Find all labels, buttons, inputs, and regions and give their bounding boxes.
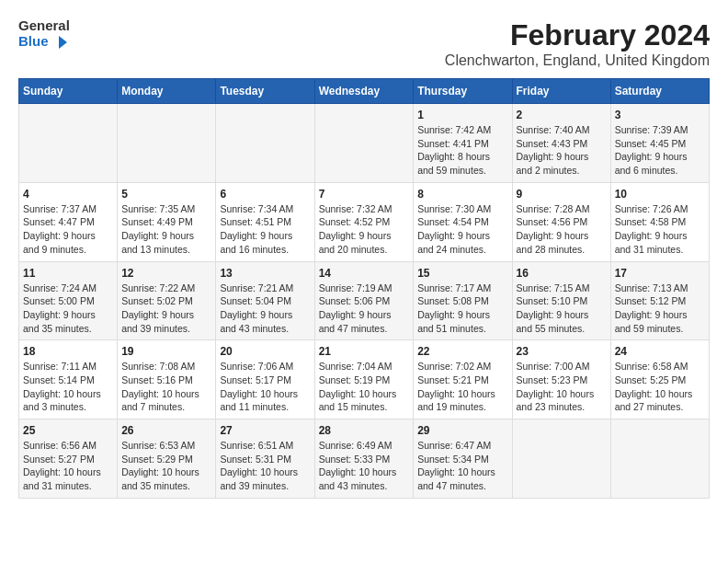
calendar-week-row: 11Sunrise: 7:24 AMSunset: 5:00 PMDayligh… — [19, 261, 710, 340]
day-number: 14 — [319, 267, 410, 280]
calendar-cell: 21Sunrise: 7:04 AMSunset: 5:19 PMDayligh… — [314, 340, 414, 419]
page-title: February 2024 — [445, 18, 710, 52]
day-info: Sunrise: 7:02 AMSunset: 5:21 PMDaylight:… — [417, 360, 507, 414]
calendar-cell: 22Sunrise: 7:02 AMSunset: 5:21 PMDayligh… — [414, 340, 512, 419]
calendar-cell — [216, 104, 314, 183]
calendar-cell: 23Sunrise: 7:00 AMSunset: 5:23 PMDayligh… — [512, 340, 610, 419]
day-number: 10 — [615, 188, 705, 201]
day-number: 1 — [417, 109, 507, 121]
col-tuesday: Tuesday — [216, 79, 314, 104]
calendar-cell: 6Sunrise: 7:34 AMSunset: 4:51 PMDaylight… — [216, 182, 314, 261]
day-number: 23 — [517, 345, 607, 358]
logo: General Blue — [18, 18, 70, 51]
day-number: 19 — [121, 345, 211, 358]
day-info: Sunrise: 7:40 AMSunset: 4:43 PMDaylight:… — [517, 123, 607, 178]
day-info: Sunrise: 7:19 AMSunset: 5:06 PMDaylight:… — [319, 282, 410, 336]
day-info: Sunrise: 7:17 AMSunset: 5:08 PMDaylight:… — [417, 282, 507, 336]
day-number: 3 — [615, 109, 705, 121]
day-info: Sunrise: 7:08 AMSunset: 5:16 PMDaylight:… — [121, 360, 211, 414]
day-number: 16 — [517, 267, 607, 280]
calendar-cell: 7Sunrise: 7:32 AMSunset: 4:52 PMDaylight… — [314, 182, 414, 261]
calendar-cell: 13Sunrise: 7:21 AMSunset: 5:04 PMDayligh… — [216, 261, 314, 340]
calendar-cell: 5Sunrise: 7:35 AMSunset: 4:49 PMDaylight… — [118, 182, 216, 261]
calendar-header-row: Sunday Monday Tuesday Wednesday Thursday… — [19, 79, 710, 104]
day-number: 26 — [121, 424, 211, 437]
calendar-week-row: 18Sunrise: 7:11 AMSunset: 5:14 PMDayligh… — [19, 340, 710, 419]
calendar-cell: 25Sunrise: 6:56 AMSunset: 5:27 PMDayligh… — [19, 419, 118, 499]
col-friday: Friday — [512, 79, 610, 104]
day-info: Sunrise: 6:56 AMSunset: 5:27 PMDaylight:… — [23, 439, 113, 493]
header: General Blue February 2024 Clenchwarton,… — [18, 18, 710, 69]
calendar-cell — [118, 104, 216, 183]
day-info: Sunrise: 6:51 AMSunset: 5:31 PMDaylight:… — [220, 439, 310, 493]
day-number: 29 — [417, 424, 507, 437]
logo-flag-icon — [51, 34, 67, 51]
calendar-cell — [314, 104, 414, 183]
day-number: 12 — [121, 267, 211, 280]
day-number: 11 — [23, 267, 113, 280]
day-number: 18 — [23, 345, 113, 358]
day-number: 4 — [23, 188, 113, 201]
day-info: Sunrise: 7:32 AMSunset: 4:52 PMDaylight:… — [319, 202, 410, 257]
day-number: 13 — [220, 267, 310, 280]
calendar-cell: 8Sunrise: 7:30 AMSunset: 4:54 PMDaylight… — [414, 182, 512, 261]
calendar-week-row: 25Sunrise: 6:56 AMSunset: 5:27 PMDayligh… — [19, 419, 710, 499]
calendar-table: Sunday Monday Tuesday Wednesday Thursday… — [18, 78, 710, 499]
day-number: 27 — [220, 424, 310, 437]
day-number: 17 — [615, 267, 705, 280]
day-info: Sunrise: 7:26 AMSunset: 4:58 PMDaylight:… — [615, 202, 705, 257]
calendar-cell: 14Sunrise: 7:19 AMSunset: 5:06 PMDayligh… — [314, 261, 414, 340]
day-info: Sunrise: 7:28 AMSunset: 4:56 PMDaylight:… — [517, 202, 607, 257]
day-info: Sunrise: 7:00 AMSunset: 5:23 PMDaylight:… — [517, 360, 607, 414]
col-monday: Monday — [118, 79, 216, 104]
day-number: 20 — [220, 345, 310, 358]
calendar-cell: 1Sunrise: 7:42 AMSunset: 4:41 PMDaylight… — [414, 104, 512, 183]
day-info: Sunrise: 7:34 AMSunset: 4:51 PMDaylight:… — [220, 202, 310, 257]
calendar-cell: 16Sunrise: 7:15 AMSunset: 5:10 PMDayligh… — [512, 261, 610, 340]
calendar-cell: 26Sunrise: 6:53 AMSunset: 5:29 PMDayligh… — [118, 419, 216, 499]
day-info: Sunrise: 7:06 AMSunset: 5:17 PMDaylight:… — [220, 360, 310, 414]
day-info: Sunrise: 7:22 AMSunset: 5:02 PMDaylight:… — [121, 282, 211, 336]
day-number: 6 — [220, 188, 310, 201]
day-info: Sunrise: 7:21 AMSunset: 5:04 PMDaylight:… — [220, 282, 310, 336]
logo-text-block: General Blue — [18, 18, 70, 51]
day-info: Sunrise: 7:11 AMSunset: 5:14 PMDaylight:… — [23, 360, 113, 414]
calendar-cell: 18Sunrise: 7:11 AMSunset: 5:14 PMDayligh… — [19, 340, 118, 419]
calendar-cell: 10Sunrise: 7:26 AMSunset: 4:58 PMDayligh… — [610, 182, 709, 261]
calendar-cell: 9Sunrise: 7:28 AMSunset: 4:56 PMDaylight… — [512, 182, 610, 261]
day-info: Sunrise: 7:30 AMSunset: 4:54 PMDaylight:… — [417, 202, 507, 257]
day-number: 15 — [417, 267, 507, 280]
title-area: February 2024 Clenchwarton, England, Uni… — [445, 18, 710, 69]
col-thursday: Thursday — [414, 79, 512, 104]
calendar-cell: 24Sunrise: 6:58 AMSunset: 5:25 PMDayligh… — [610, 340, 709, 419]
calendar-cell: 11Sunrise: 7:24 AMSunset: 5:00 PMDayligh… — [19, 261, 118, 340]
day-info: Sunrise: 7:04 AMSunset: 5:19 PMDaylight:… — [319, 360, 410, 414]
col-wednesday: Wednesday — [314, 79, 414, 104]
day-number: 5 — [121, 188, 211, 201]
col-saturday: Saturday — [610, 79, 709, 104]
day-number: 9 — [517, 188, 607, 201]
calendar-cell: 12Sunrise: 7:22 AMSunset: 5:02 PMDayligh… — [118, 261, 216, 340]
calendar-week-row: 4Sunrise: 7:37 AMSunset: 4:47 PMDaylight… — [19, 182, 710, 261]
day-number: 24 — [615, 345, 705, 358]
svg-marker-0 — [59, 36, 67, 49]
day-info: Sunrise: 6:53 AMSunset: 5:29 PMDaylight:… — [121, 439, 211, 493]
day-info: Sunrise: 7:15 AMSunset: 5:10 PMDaylight:… — [517, 282, 607, 336]
calendar-cell — [19, 104, 118, 183]
day-info: Sunrise: 6:49 AMSunset: 5:33 PMDaylight:… — [319, 439, 410, 493]
logo-general: General — [18, 18, 70, 34]
calendar-cell: 2Sunrise: 7:40 AMSunset: 4:43 PMDaylight… — [512, 104, 610, 183]
calendar-cell: 20Sunrise: 7:06 AMSunset: 5:17 PMDayligh… — [216, 340, 314, 419]
day-number: 22 — [417, 345, 507, 358]
day-info: Sunrise: 7:42 AMSunset: 4:41 PMDaylight:… — [417, 123, 507, 178]
logo-blue: Blue — [18, 34, 67, 51]
day-number: 7 — [319, 188, 410, 201]
page-subtitle: Clenchwarton, England, United Kingdom — [445, 52, 710, 69]
calendar-cell: 28Sunrise: 6:49 AMSunset: 5:33 PMDayligh… — [314, 419, 414, 499]
day-number: 8 — [417, 188, 507, 201]
day-info: Sunrise: 7:35 AMSunset: 4:49 PMDaylight:… — [121, 202, 211, 257]
calendar-cell: 19Sunrise: 7:08 AMSunset: 5:16 PMDayligh… — [118, 340, 216, 419]
day-number: 21 — [319, 345, 410, 358]
calendar-cell: 29Sunrise: 6:47 AMSunset: 5:34 PMDayligh… — [414, 419, 512, 499]
calendar-cell: 27Sunrise: 6:51 AMSunset: 5:31 PMDayligh… — [216, 419, 314, 499]
